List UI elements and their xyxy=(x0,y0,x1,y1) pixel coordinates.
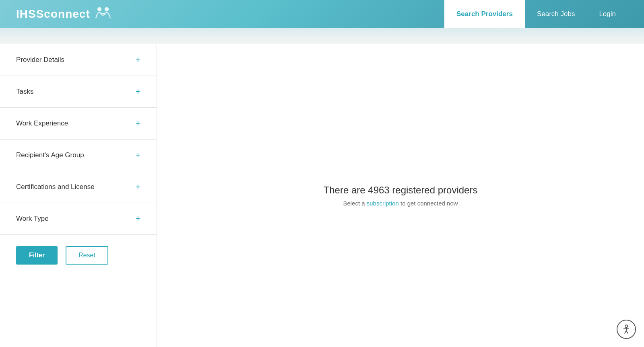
expand-certifications-icon: + xyxy=(135,183,140,191)
nav-search-providers[interactable]: Search Providers xyxy=(444,0,525,28)
filter-section-certifications-label: Certifications and License xyxy=(16,183,95,191)
reset-button[interactable]: Reset xyxy=(66,246,108,265)
filter-buttons-area: Filter Reset xyxy=(0,235,157,276)
filter-section-work-type[interactable]: Work Type + xyxy=(0,203,157,235)
nav-login[interactable]: Login xyxy=(587,0,628,28)
main-content: There are 4963 registered providers Sele… xyxy=(157,44,644,347)
expand-provider-details-icon: + xyxy=(135,55,140,64)
svg-line-5 xyxy=(625,331,626,334)
site-header: IHSSconnect Search Providers Search Jobs… xyxy=(0,0,644,28)
accessibility-button[interactable] xyxy=(617,320,636,339)
svg-point-0 xyxy=(97,7,101,12)
page-content: Provider Details + Tasks + Work Experien… xyxy=(0,44,644,347)
providers-count-text: There are 4963 registered providers xyxy=(324,185,478,196)
subtitle-pre: Select a xyxy=(343,200,365,207)
filter-section-provider-details-label: Provider Details xyxy=(16,56,64,64)
filter-section-work-experience[interactable]: Work Experience + xyxy=(0,108,157,140)
filter-section-tasks-label: Tasks xyxy=(16,88,33,96)
filter-section-certifications[interactable]: Certifications and License + xyxy=(0,171,157,203)
logo-icon xyxy=(93,6,113,22)
expand-work-type-icon: + xyxy=(135,214,140,223)
filter-section-work-experience-label: Work Experience xyxy=(16,119,68,127)
main-nav: Search Providers Search Jobs Login xyxy=(444,0,628,28)
nav-search-jobs[interactable]: Search Jobs xyxy=(525,0,587,28)
svg-line-6 xyxy=(626,331,628,334)
accessibility-icon xyxy=(621,324,632,335)
filter-section-work-type-label: Work Type xyxy=(16,215,49,223)
providers-subtitle: Select a subscription to get connected n… xyxy=(324,200,478,207)
subscription-link[interactable]: subscription xyxy=(367,200,399,207)
svg-point-1 xyxy=(104,7,109,12)
filter-panel: Provider Details + Tasks + Work Experien… xyxy=(0,44,157,347)
filter-section-provider-details[interactable]: Provider Details + xyxy=(0,44,157,76)
filter-section-age-group-label: Recipient's Age Group xyxy=(16,151,84,159)
filter-button[interactable]: Filter xyxy=(16,246,58,265)
filter-section-age-group[interactable]: Recipient's Age Group + xyxy=(0,140,157,171)
sub-header xyxy=(0,28,644,44)
subtitle-post: to get connected now xyxy=(400,200,458,207)
logo-text: IHSSconnect xyxy=(16,8,90,21)
expand-tasks-icon: + xyxy=(135,87,140,96)
expand-age-group-icon: + xyxy=(135,151,140,160)
filter-section-tasks[interactable]: Tasks + xyxy=(0,76,157,108)
providers-info: There are 4963 registered providers Sele… xyxy=(324,185,478,207)
expand-work-experience-icon: + xyxy=(135,119,140,128)
svg-point-2 xyxy=(625,325,627,327)
logo: IHSSconnect xyxy=(16,6,113,22)
